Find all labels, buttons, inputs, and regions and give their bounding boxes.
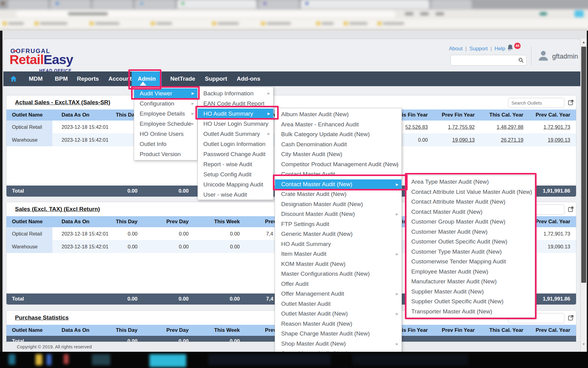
menu-item-customerwise-tender-mapping-audit[interactable]: Customerwise Tender Mapping Audit (407, 257, 535, 267)
menu-item-contact-master-audit-new[interactable]: Contact Master Audit (New)▶ (275, 179, 401, 190)
taskbar-icon[interactable] (92, 354, 110, 365)
menu-item-reason-master-audit-new[interactable]: Reason Master Audit (New) (275, 319, 401, 329)
nav-nettrade[interactable]: NetTrade (170, 71, 195, 86)
menu-item-report-wise-audit[interactable]: Report - wise Audit (198, 159, 273, 169)
browser-tab-active[interactable] (301, 0, 429, 9)
username[interactable]: gftadmin (552, 52, 578, 60)
scroll-up-icon[interactable]: ▲ (581, 40, 587, 44)
scroll-down-icon[interactable]: ▼ (581, 342, 587, 346)
vertical-scrollbar[interactable]: ▲ ▼ (581, 39, 587, 352)
menu-item-shape-charge-master-audit-new[interactable]: Shape Charge Master Audit (New) (275, 329, 401, 339)
menu-item-employee-details[interactable]: Employee Details▶ (134, 109, 197, 119)
menu-item-master-configurations-audit-new[interactable]: Master Configurations Audit (New) (275, 269, 401, 279)
browser-tab[interactable] (177, 0, 257, 9)
value-link[interactable]: 19,090.13 (429, 133, 475, 146)
menu-item-employee-schedule[interactable]: Employee Schedule▶ (134, 119, 197, 129)
menu-item-contact-master-audit-new[interactable]: Contact Master Audit (New) (407, 207, 535, 217)
menu-item-contact-master-audit[interactable]: Contact Master Audit (275, 169, 401, 179)
nav-mdm[interactable]: MDM (29, 71, 43, 86)
value-link[interactable]: 1,72,901.73 (524, 121, 570, 133)
menu-item-contact-attribute-master-audit-new[interactable]: Contact Attribute Master Audit (New) (407, 197, 535, 207)
menu-item-discount-master-audit-new[interactable]: Discount Master Audit (New)▶ (275, 209, 401, 219)
menu-item-area-type-master-audit-new[interactable]: Area Type Master Audit (New) (407, 177, 535, 187)
taskbar-icon[interactable] (47, 354, 51, 365)
about-link[interactable]: About (449, 46, 462, 52)
menu-item-backup-information[interactable]: Backup Information▶ (198, 88, 273, 98)
menu-item-generic-master-audit-new[interactable]: Generic Master Audit (New) (275, 229, 401, 239)
menu-item-outlet-master-audit[interactable]: Outlet Master Audit (275, 299, 401, 309)
menu-item-shop-master-audit-new[interactable]: Shop Master Audit (New)▶ (275, 339, 401, 349)
menu-item-transporter-master-audit-new[interactable]: Transporter Master Audit (New) (407, 307, 535, 317)
taskbar-icon[interactable] (36, 354, 42, 365)
nav-admin-active[interactable]: Admin (132, 71, 162, 86)
menu-item-competitor-product-management-audit-new[interactable]: Competitor Product Management Audit (New… (275, 159, 401, 170)
browser-icon[interactable] (435, 12, 444, 15)
menu-item-ho-online-users[interactable]: HO Online Users (134, 129, 197, 139)
browser-icon[interactable] (540, 12, 547, 15)
menu-item-bulk-category-update-audit-new[interactable]: Bulk Category Update Audit (New) (275, 129, 401, 140)
menu-item-crate-master-audit-new[interactable]: Crate Master Audit (New) (275, 189, 401, 199)
browser-tab[interactable] (8, 0, 48, 9)
value-link[interactable]: 19,090.13 (524, 133, 570, 146)
external-link-icon[interactable] (567, 206, 574, 213)
menu-item-user-wise-audit[interactable]: User - wise Audit (198, 190, 273, 200)
nav-addons[interactable]: Add-ons (237, 71, 260, 86)
value-link[interactable]: 1,72,755.92 (429, 121, 475, 133)
browser-icon[interactable] (405, 12, 413, 15)
search-icon[interactable] (518, 57, 524, 63)
support-link[interactable]: Support (469, 46, 488, 52)
help-link[interactable]: Help (495, 46, 505, 52)
header-search-input[interactable] (453, 56, 516, 64)
menu-item-customer-master-audit-new[interactable]: Customer Master Audit (New) (407, 227, 535, 237)
value-link[interactable]: 26,271.19 (477, 133, 523, 146)
menu-item-customer-outlet-specific-audit-new[interactable]: Customer Outlet Specific Audit (New) (407, 237, 535, 247)
menu-item-outlet-audit-summary[interactable]: Outlet Audit Summary▶ (198, 129, 273, 139)
menu-item-configuration[interactable]: Configuration▶ (134, 98, 197, 109)
menu-item-offer-audit[interactable]: Offer Audit (275, 279, 401, 289)
menu-item-setup-config-audit[interactable]: Setup Config Audit (198, 169, 273, 179)
menu-item-supplier-outlet-specific-audit-new[interactable]: Supplier Outlet Specific Audit (New) (407, 297, 535, 307)
menu-item-password-change-audit[interactable]: Password Change Audit (198, 149, 273, 159)
menu-item-album-master-audit-new[interactable]: Album Master Audit (New) (275, 109, 401, 120)
menu-item-customer-type-master-audit-new[interactable]: Customer Type Master Audit (New) (407, 247, 535, 257)
menu-item-item-master-audit[interactable]: Item Master Audit▶ (275, 249, 401, 259)
menu-item-ho-user-login-summary[interactable]: HO User Login Summary (198, 119, 273, 129)
taskbar-icon[interactable] (149, 354, 186, 367)
menu-item-outlet-info[interactable]: Outlet Info (134, 139, 197, 149)
nav-support[interactable]: Support (205, 71, 227, 86)
menu-item-ho-audit-summary[interactable]: HO Audit Summary (275, 239, 401, 249)
menu-item-contact-attribute-list-value-master-audit-new[interactable]: Contact Attribute List Value Master Audi… (407, 187, 535, 197)
external-link-icon[interactable] (567, 314, 574, 321)
menu-item-audit-viewer[interactable]: Audit Viewer▶ (134, 88, 197, 98)
browser-tab[interactable] (431, 0, 472, 9)
outlet-search-input[interactable] (511, 99, 561, 107)
menu-item-area-master-enhanced-audit[interactable]: Area Master - Enhanced Audit (275, 120, 401, 130)
menu-item-designation-master-audit-new[interactable]: Designation Master Audit (New) (275, 199, 401, 209)
menu-item-kom-master-audit-new[interactable]: KOM Master Audit (New) (275, 259, 401, 269)
menu-item-city-master-audit-new[interactable]: City Master Audit (New) (275, 149, 401, 159)
menu-item-cash-denomination-audit[interactable]: Cash Denomination Audit (275, 140, 401, 150)
menu-item-product-version[interactable]: Product Version (134, 149, 197, 159)
menu-item-outlet-master-audit-new[interactable]: Outlet Master Audit (New)▶ (275, 309, 401, 319)
external-link-icon[interactable] (567, 99, 574, 106)
taskbar-icon[interactable] (9, 354, 15, 365)
taskbar-icon[interactable] (64, 354, 69, 364)
menu-item-ftp-settings-audit[interactable]: FTP Settings Audit (275, 219, 401, 229)
menu-item-outlet-login-information[interactable]: Outlet Login Information (198, 139, 273, 149)
menu-item-ho-audit-summary[interactable]: HO Audit Summary▶ (198, 109, 273, 119)
scrollbar-thumb[interactable] (581, 47, 586, 283)
menu-item-supplier-master-audit-new[interactable]: Supplier Master Audit (New) (407, 287, 535, 297)
nav-bpm[interactable]: BPM (55, 71, 68, 86)
browser-icon[interactable] (575, 10, 584, 17)
home-icon[interactable] (9, 75, 17, 82)
avatar-icon[interactable] (537, 49, 550, 63)
value-link[interactable]: 1,48,297.88 (477, 121, 523, 133)
menu-item-ean-code-audit-report[interactable]: EAN Code Audit Report (198, 98, 273, 109)
menu-item-customer-group-master-audit-new[interactable]: Customer Group Master Audit (New) (407, 217, 535, 227)
menu-item-offer-management-audit[interactable]: Offer Management Audit▶ (275, 289, 401, 299)
browser-tab[interactable] (92, 0, 133, 9)
menu-item-manufacturer-master-audit-new[interactable]: Manufacturer Master Audit (New) (407, 277, 535, 287)
nav-accounts[interactable]: Accounts (108, 71, 135, 86)
menu-item-employee-master-audit-new[interactable]: Employee Master Audit (New) (407, 267, 535, 277)
nav-reports[interactable]: Reports (77, 71, 99, 86)
